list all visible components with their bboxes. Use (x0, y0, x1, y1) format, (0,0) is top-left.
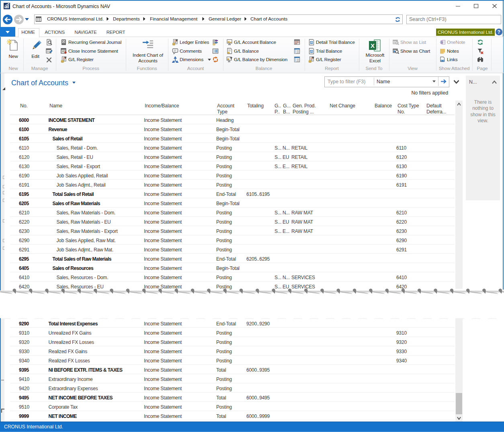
svg-text:?: ? (498, 29, 500, 35)
svg-text:X: X (371, 42, 375, 49)
